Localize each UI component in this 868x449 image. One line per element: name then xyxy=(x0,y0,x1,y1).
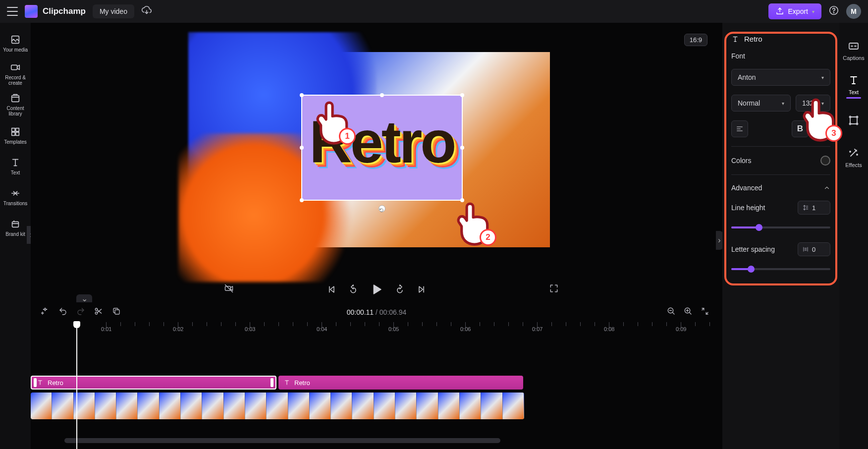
fullscreen-button[interactable] xyxy=(549,283,559,295)
seek-forward-button[interactable] xyxy=(395,284,405,294)
svg-rect-3 xyxy=(11,65,17,69)
svg-rect-16 xyxy=(849,43,858,49)
export-label: Export xyxy=(788,7,808,15)
toggle-camera-button[interactable] xyxy=(224,283,234,295)
color-swatch[interactable] xyxy=(820,156,830,166)
panel-title-text: Retro xyxy=(744,35,762,43)
play-button[interactable] xyxy=(370,283,383,296)
svg-rect-13 xyxy=(115,310,119,314)
menu-button[interactable] xyxy=(7,7,18,16)
sidebar-item-label: Brand kit xyxy=(5,231,25,237)
playhead[interactable] xyxy=(76,322,77,449)
fit-timeline-button[interactable] xyxy=(701,307,709,318)
project-name[interactable]: My video xyxy=(93,4,134,18)
cloud-sync-icon xyxy=(141,5,152,18)
text-clip-2[interactable]: Retro xyxy=(278,376,523,390)
font-weight-select[interactable]: Normal ▾ xyxy=(731,95,791,112)
resize-handle-n[interactable] xyxy=(380,93,384,97)
chevron-down-icon: ▾ xyxy=(782,101,784,106)
sidebar-item-content-library[interactable]: Content library xyxy=(0,89,31,120)
help-button[interactable] xyxy=(828,5,839,18)
svg-point-1 xyxy=(833,12,834,13)
magic-button[interactable] xyxy=(41,307,50,318)
split-button[interactable] xyxy=(94,307,103,318)
resize-handle-se[interactable] xyxy=(460,198,464,202)
text-selection-box[interactable]: Retro xyxy=(301,95,463,201)
sidebar-item-brand-kit[interactable]: Brand kit xyxy=(0,212,31,243)
line-height-input[interactable]: 1 xyxy=(798,201,830,215)
svg-rect-17 xyxy=(850,117,857,124)
rotate-handle[interactable] xyxy=(379,205,385,212)
font-weight-value: Normal xyxy=(738,99,760,107)
timecode-sep: / xyxy=(374,308,380,316)
app-name: Clipchamp xyxy=(43,6,86,16)
timeline-scrollbar[interactable] xyxy=(64,438,510,443)
sidebar-item-transitions[interactable]: Transitions xyxy=(0,181,31,212)
export-button[interactable]: Export ▾ xyxy=(768,3,821,19)
right-rail-captions[interactable]: Captions xyxy=(839,33,868,68)
chevron-down-icon: ▾ xyxy=(812,9,814,14)
svg-rect-7 xyxy=(12,132,15,135)
video-clip[interactable] xyxy=(31,393,524,419)
undo-button[interactable] xyxy=(58,307,67,318)
colors-label: Colors xyxy=(731,157,751,165)
text-clip-label: Retro xyxy=(48,379,63,387)
redo-button[interactable] xyxy=(76,307,85,318)
bold-button[interactable]: B xyxy=(792,120,809,137)
font-select-value: Anton xyxy=(738,73,756,81)
preview-text-content[interactable]: Retro xyxy=(302,108,462,176)
text-clip-label: Retro xyxy=(294,379,310,387)
sidebar-item-templates[interactable]: Templates xyxy=(0,120,31,151)
advanced-toggle[interactable]: Advanced xyxy=(731,184,830,192)
zoom-in-button[interactable] xyxy=(684,307,693,318)
resize-handle-sw[interactable] xyxy=(300,198,304,202)
sidebar-item-your-media[interactable]: Your media xyxy=(0,28,31,58)
letter-spacing-value: 0 xyxy=(812,246,815,253)
right-rail-transform[interactable] xyxy=(839,104,868,140)
line-height-label: Line height xyxy=(731,204,765,212)
right-rail-text[interactable]: Text xyxy=(839,68,868,104)
italic-button[interactable]: I xyxy=(814,120,830,137)
copy-button[interactable] xyxy=(112,307,121,318)
video-preview[interactable]: Retro xyxy=(203,52,550,247)
timeline-ruler[interactable]: 0:010:020:030:040:050:060:070:080:09 xyxy=(31,322,722,337)
svg-rect-4 xyxy=(12,96,19,102)
resize-handle-e[interactable] xyxy=(460,146,464,150)
right-panel-collapse-button[interactable]: › xyxy=(716,231,723,250)
timecode-total: 00:06.94 xyxy=(380,308,407,316)
timecode-current: 00:00.11 xyxy=(347,308,374,316)
font-size-select[interactable]: 132 ▾ xyxy=(796,95,830,112)
seek-back-button[interactable] xyxy=(348,284,358,294)
resize-handle-w[interactable] xyxy=(300,146,304,150)
chevron-down-icon: ▾ xyxy=(821,101,824,106)
resize-handle-nw[interactable] xyxy=(300,93,304,97)
line-height-slider[interactable] xyxy=(731,226,830,228)
sidebar-item-text[interactable]: Text xyxy=(0,151,31,181)
next-frame-button[interactable] xyxy=(417,284,427,294)
panel-title: Retro xyxy=(731,35,830,43)
timeline-collapse-tab[interactable]: ⌄ xyxy=(76,294,92,302)
svg-rect-9 xyxy=(12,222,19,227)
right-rail-effects[interactable]: Effects xyxy=(839,140,868,175)
svg-rect-8 xyxy=(16,132,19,135)
chevron-down-icon: ▾ xyxy=(821,75,824,80)
active-indicator xyxy=(846,97,861,99)
sidebar-item-label: Content library xyxy=(0,106,31,116)
letter-spacing-slider[interactable] xyxy=(731,268,830,270)
avatar[interactable]: M xyxy=(846,4,861,19)
svg-point-23 xyxy=(857,154,858,155)
letter-spacing-label: Letter spacing xyxy=(731,245,775,253)
advanced-label: Advanced xyxy=(731,184,762,192)
sidebar-item-label: Transitions xyxy=(3,201,28,206)
aspect-ratio-chip[interactable]: 16:9 xyxy=(684,34,707,46)
font-size-value: 132 xyxy=(802,99,814,107)
text-align-button[interactable] xyxy=(731,120,748,137)
font-select[interactable]: Anton ▾ xyxy=(731,69,830,86)
prev-frame-button[interactable] xyxy=(326,284,336,294)
text-clip-1[interactable]: Retro xyxy=(31,376,276,390)
zoom-out-button[interactable] xyxy=(667,307,676,318)
sidebar-item-record-create[interactable]: Record & create xyxy=(0,58,31,89)
resize-handle-ne[interactable] xyxy=(460,93,464,97)
timeline-tracks[interactable]: Retro Retro xyxy=(31,337,722,446)
letter-spacing-input[interactable]: 0 xyxy=(798,242,830,256)
